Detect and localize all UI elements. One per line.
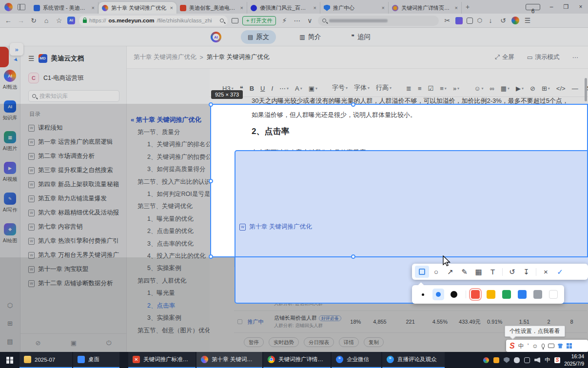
brush-size-medium-selected[interactable] — [432, 289, 444, 300]
refresh-icon[interactable]: ↻ — [29, 17, 38, 24]
ime-mode-toggle[interactable]: 中 — [518, 343, 524, 349]
browser-tab[interactable]: 关键词推广详情页_万相× — [389, 2, 462, 14]
annotation-box[interactable] — [278, 184, 397, 199]
taskbar-app-wecom[interactable]: ❞企业微信 — [332, 352, 381, 368]
tray-shield-icon[interactable] — [504, 357, 510, 363]
taskbar-app-browser-active[interactable]: 第十章 关键词推广... — [196, 352, 262, 368]
checklist-icon[interactable]: ☑ — [428, 85, 434, 92]
browser-tab-active[interactable]: 第十章 关键词推广优化× — [98, 2, 176, 14]
tab-count-badge[interactable]: 6 — [526, 4, 540, 10]
tab-close-icon[interactable]: × — [170, 5, 173, 11]
col-header[interactable]: 状态 — [246, 258, 273, 265]
audience-name[interactable]: 店铺长期价值人群 — [274, 315, 317, 321]
resize-handle[interactable] — [454, 197, 458, 201]
rail-item-ai-writing[interactable]: ✎AI写作 — [3, 193, 17, 213]
restore-button[interactable]: ❐ — [559, 0, 573, 14]
emoji-icon[interactable]: ☺▾ — [474, 85, 483, 92]
bookmark-icon[interactable]: ☆ — [55, 17, 63, 24]
rail-item-ai-drawing[interactable]: ❖AI绘图 — [3, 223, 17, 244]
chevron-down-icon[interactable]: ∨ — [305, 17, 314, 24]
ai-extension-icon[interactable]: AI — [67, 17, 75, 24]
tab-original[interactable]: ▤原文 — [241, 30, 276, 44]
browser-tab[interactable]: 傻强澳门风云_百度搜索× — [247, 2, 320, 14]
calendar-icon[interactable]: ▣ — [71, 339, 77, 347]
rail-item-ai-select[interactable]: AIAI甄选 — [3, 70, 17, 91]
col-header[interactable]: 溢价 — [349, 258, 372, 265]
annotation-box[interactable] — [257, 156, 352, 170]
close-button[interactable]: × — [573, 0, 588, 14]
highlight-icon[interactable]: ▣▾ — [309, 85, 317, 92]
indent-icon[interactable]: »▾ — [453, 85, 459, 92]
insert-video-icon[interactable]: ▶▾ — [516, 85, 524, 92]
row-checkbox[interactable] — [237, 297, 242, 302]
start-button[interactable] — [0, 352, 20, 368]
punctuation-icon[interactable]: ’ — [528, 343, 529, 349]
tab-close-icon[interactable]: × — [314, 5, 316, 11]
resize-handle[interactable] — [398, 197, 402, 201]
emoji-picker-icon[interactable]: ☺ — [532, 343, 538, 349]
rail-item-ai-image[interactable]: ▦AI图片 — [3, 131, 17, 152]
history-icon[interactable]: ↺ — [499, 17, 508, 24]
tab-close-icon[interactable]: × — [455, 5, 458, 11]
tray-language-indicator[interactable]: 中 — [545, 356, 550, 364]
sidebar-item-ch8[interactable]: W第八章 热浪引擎和付费推广引 — [24, 234, 122, 248]
link-icon[interactable]: ∞ — [490, 85, 494, 92]
sidebar-item-ch6[interactable]: W第六章 标题精细优化及活动报 — [24, 206, 122, 220]
pause-button[interactable]: 暂停 — [244, 337, 264, 347]
toolbar-search-input[interactable] — [318, 16, 439, 26]
tray-display-icon[interactable] — [524, 357, 530, 363]
nav-item[interactable]: 第二节、投入产出比的认识 — [127, 176, 210, 188]
printer-icon[interactable]: ▤ — [7, 338, 13, 345]
nav-item[interactable]: 5、实操案例 — [127, 262, 210, 274]
forward-icon[interactable]: → — [17, 17, 25, 24]
code-icon[interactable]: </> — [556, 85, 566, 92]
insert-image-icon[interactable]: ▦▾ — [501, 85, 510, 92]
col-header[interactable]: 推广人群 — [273, 258, 349, 265]
divider-icon[interactable]: — — [572, 85, 578, 92]
reading-mode-icon[interactable] — [467, 18, 473, 24]
search-input[interactable] — [39, 93, 112, 99]
line-height-select[interactable]: 行高▾ — [376, 83, 392, 92]
ai-assistant-icon[interactable] — [211, 32, 221, 42]
select-all-checkbox[interactable] — [237, 259, 242, 264]
rectangle-tool[interactable] — [415, 266, 429, 278]
translate-icon[interactable] — [455, 17, 463, 24]
align-icon[interactable]: ≡▾ — [440, 85, 447, 92]
taskbar-app-folder[interactable]: 2025-07 — [20, 352, 72, 368]
download-tool[interactable]: ↧ — [519, 266, 533, 278]
taskbar-clock[interactable]: 16:34 2025/7/9 — [563, 352, 588, 368]
attachment-icon[interactable]: ⊘ — [530, 85, 535, 92]
collapse-up-icon[interactable]: » — [10, 43, 23, 56]
present-mode-button[interactable]: ▭演示模式 — [527, 53, 560, 61]
nav-item[interactable]: 3、如何提高质量得分 — [127, 163, 210, 175]
arrow-tool[interactable]: ↗ — [443, 266, 457, 278]
tray-mic-icon[interactable] — [514, 357, 520, 363]
taskbar-app-live-comments[interactable]: ❞直播评论及观众 — [382, 352, 445, 368]
sidebar-item-ch12[interactable]: W第十二章 店铺诊断数据分析 — [24, 276, 122, 291]
more-actions-button[interactable]: ⋯ — [572, 54, 579, 61]
brush-size-large[interactable] — [448, 289, 460, 300]
resize-handle[interactable] — [454, 179, 458, 183]
undo-tool[interactable]: ↺ — [505, 266, 519, 278]
row-checkbox[interactable] — [237, 275, 242, 280]
address-bar[interactable]: https://os.medeyun.com/file/zhishiku/cla… — [79, 16, 228, 26]
plus-box-icon[interactable]: ⊞ — [7, 320, 13, 327]
open-file-button[interactable]: + 打开文件 — [242, 16, 276, 25]
chapter-nav-title[interactable]: « 第十章 关键词推广优化 — [127, 116, 210, 124]
skin-icon[interactable] — [558, 344, 563, 349]
image-tool-icon[interactable] — [232, 18, 238, 23]
resize-handle[interactable] — [511, 179, 515, 183]
sidebar-item-ch11[interactable]: W第十一章 淘宝联盟 — [24, 262, 122, 276]
rail-item-knowledge[interactable]: AI知识库 — [3, 100, 18, 121]
nav-item[interactable]: 4、投入产出比的优化（观察7天/15 — [127, 250, 210, 262]
bold-icon[interactable]: B — [250, 85, 254, 92]
resize-handle[interactable] — [511, 189, 515, 193]
nav-item[interactable]: 1、曝光量 — [127, 287, 210, 299]
tray-sogou-icon[interactable]: S — [554, 357, 560, 363]
bullet-list-icon[interactable]: ≣ — [406, 85, 412, 92]
sidebar-item-ch4[interactable]: W第四章 新品上架获取流量秘籍 — [24, 177, 122, 192]
annotation-box[interactable] — [524, 154, 576, 172]
search-icon[interactable] — [220, 19, 224, 22]
color-swatch-white[interactable] — [549, 290, 558, 299]
sidebar-item-ch9[interactable]: W第九章 万相台无界关键词推广 — [24, 248, 122, 262]
